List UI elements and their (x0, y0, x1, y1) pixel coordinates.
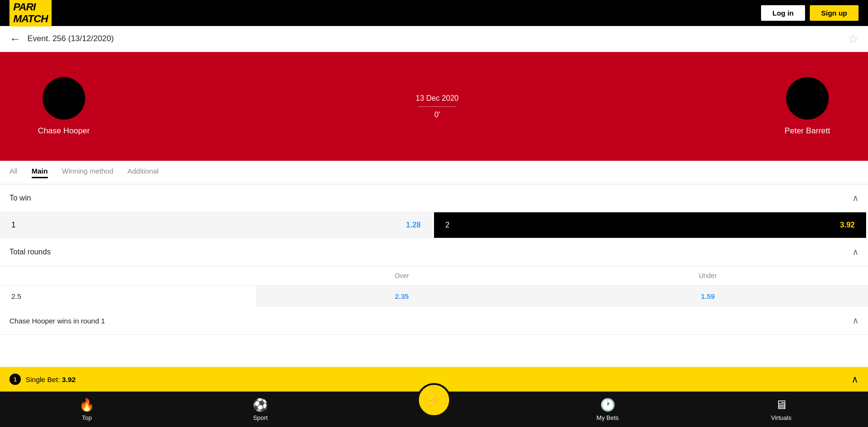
over-header: Over (256, 266, 548, 286)
tab-all[interactable]: All (9, 167, 18, 178)
match-center: 13 Dec 2020 0' (416, 94, 459, 119)
bottom-nav: 🔥 Top ⚽ Sport ⚡ 🕐 My Bets 🖥 Virtuals (0, 392, 868, 427)
fighter1-name: Chase Hooper (38, 126, 90, 136)
nav-virtuals[interactable]: 🖥 Virtuals (694, 398, 868, 421)
single-bet-text: Single Bet: 3.92 (26, 375, 76, 383)
nav-center[interactable]: ⚡ (347, 400, 521, 419)
option1-label: 1 (11, 221, 16, 229)
fighter2: Peter Barrett (785, 77, 830, 136)
logo-pari: PARI (13, 1, 35, 13)
event-bar: ← Event. 256 (13/12/2020) ☆ (0, 26, 868, 52)
favorite-icon[interactable]: ☆ (848, 32, 859, 46)
fighter1-avatar (43, 77, 85, 120)
fighter1: Chase Hooper (38, 77, 90, 136)
to-win-section: To win ∧ 1 1.28 2 3.92 (0, 184, 868, 238)
my-bets-label: My Bets (596, 414, 619, 421)
fighter2-avatar (786, 77, 829, 120)
total-rounds-chevron[interactable]: ∧ (852, 247, 859, 257)
tab-main[interactable]: Main (32, 167, 48, 178)
tab-additional[interactable]: Additional (127, 167, 159, 178)
header-buttons: Log in Sign up (761, 5, 859, 21)
login-button[interactable]: Log in (761, 5, 805, 21)
top-icon: 🔥 (79, 398, 94, 412)
under-header: Under (548, 266, 868, 286)
chase-hooper-round-title: Chase Hooper wins in round 1 (9, 317, 105, 325)
center-icon: ⚡ (425, 392, 442, 408)
nav-my-bets[interactable]: 🕐 My Bets (521, 398, 694, 421)
logo-match: MATCH (13, 13, 48, 25)
sport-icon: ⚽ (253, 398, 268, 412)
match-time: 0' (434, 111, 440, 119)
virtuals-icon: 🖥 (775, 398, 788, 412)
tab-winning-method[interactable]: Winning method (62, 167, 113, 178)
top-label: Top (82, 414, 92, 421)
bet-count-badge: 1 (9, 374, 21, 385)
chase-hooper-round-chevron[interactable]: ∧ (852, 315, 859, 326)
total-rounds-title: Total rounds (9, 248, 51, 256)
hero-section: Chase Hooper 13 Dec 2020 0' Peter Barret… (0, 52, 868, 161)
total-line-value: 2.5 (0, 286, 256, 307)
chase-hooper-round-section: Chase Hooper wins in round 1 ∧ (0, 307, 868, 335)
option1-odds: 1.28 (406, 221, 421, 229)
match-divider (418, 106, 456, 107)
option2-odds: 3.92 (840, 221, 855, 229)
under-odds[interactable]: 1.59 (548, 286, 868, 307)
tabs-bar: All Main Winning method Additional (0, 161, 868, 184)
match-date: 13 Dec 2020 (416, 94, 459, 103)
single-bet-left: 1 Single Bet: 3.92 (9, 374, 76, 385)
fighter2-name: Peter Barrett (785, 126, 830, 136)
total-rounds-section: Total rounds ∧ Over Under 2.5 2.35 1.59 (0, 238, 868, 307)
svg-point-1 (801, 80, 814, 96)
total-line-header (0, 266, 256, 286)
to-win-option1[interactable]: 1 1.28 (0, 212, 434, 238)
logo: PARI MATCH (9, 0, 52, 26)
nav-top[interactable]: 🔥 Top (0, 398, 174, 421)
over-odds[interactable]: 2.35 (256, 286, 548, 307)
back-button[interactable]: ← (9, 32, 21, 45)
to-win-title: To win (9, 194, 31, 202)
option2-label: 2 (445, 221, 450, 229)
signup-button[interactable]: Sign up (810, 5, 859, 21)
total-rounds-header: Total rounds ∧ (0, 238, 868, 266)
svg-point-0 (57, 80, 71, 96)
nav-sport[interactable]: ⚽ Sport (174, 398, 347, 421)
virtuals-label: Virtuals (771, 414, 791, 421)
to-win-odds-row: 1 1.28 2 3.92 (0, 212, 868, 238)
to-win-chevron[interactable]: ∧ (852, 193, 859, 203)
center-circle: ⚡ (417, 383, 451, 417)
event-title: Event. 256 (13/12/2020) (27, 34, 114, 44)
to-win-option2[interactable]: 2 3.92 (434, 212, 868, 238)
my-bets-icon: 🕐 (600, 398, 615, 412)
single-bet-chevron[interactable]: ∧ (851, 374, 859, 385)
total-rounds-table: Over Under 2.5 2.35 1.59 (0, 266, 868, 307)
sport-label: Sport (253, 414, 268, 421)
header: PARI MATCH Log in Sign up (0, 0, 868, 26)
to-win-header: To win ∧ (0, 184, 868, 212)
